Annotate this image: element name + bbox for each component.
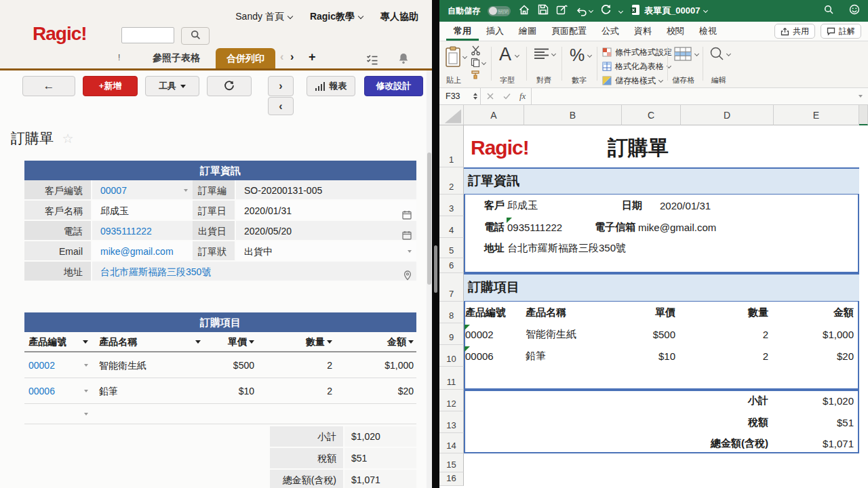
row-header[interactable]: 9	[439, 323, 464, 345]
item-amount[interactable]: $1,000	[332, 352, 416, 378]
refresh-button[interactable]	[207, 76, 252, 96]
report-button[interactable]: 報表	[307, 76, 355, 96]
redo-icon[interactable]	[600, 4, 612, 18]
user-home-menu[interactable]: Sandy 首頁	[235, 11, 292, 23]
address-field[interactable]: 台北市羅斯福路三段350號	[92, 262, 416, 281]
row-header[interactable]: 2	[439, 167, 464, 195]
name-box[interactable]: F33	[439, 88, 473, 104]
sheet-item-name[interactable]: 智能衛生紙	[526, 323, 576, 345]
paste-chevron-icon[interactable]	[462, 54, 467, 59]
row-header[interactable]: 10	[439, 345, 464, 367]
sheet-subtotal-label[interactable]: 小計	[633, 390, 768, 411]
sheet-col-product-id[interactable]: 產品編號	[465, 302, 506, 323]
order-date-field[interactable]: 2020/01/31	[236, 201, 416, 220]
row-header[interactable]: 8	[439, 302, 464, 323]
sheet-address-label[interactable]: 地址	[464, 238, 505, 258]
insert-function-icon[interactable]: fx	[514, 91, 531, 102]
sheet-tax-value[interactable]: $51	[774, 411, 854, 433]
item-qty[interactable]: 2	[254, 352, 332, 378]
cells-button[interactable]	[674, 47, 692, 64]
row-header[interactable]: 12	[439, 390, 464, 411]
tab-data[interactable]: 資料	[627, 22, 659, 41]
email-field[interactable]: mike@gmail.com	[92, 241, 193, 260]
sheet-address-value[interactable]: 台北市羅斯福路三段350號	[507, 238, 626, 258]
sheet-date-label[interactable]: 日期	[622, 195, 642, 216]
item-product-name[interactable]: 智能衛生紙	[95, 352, 210, 378]
add-record-button[interactable]: +新增	[83, 76, 138, 96]
col-header-product-name[interactable]: 產品名稱	[95, 332, 210, 351]
tutorial-menu[interactable]: Ragic教學	[310, 11, 363, 23]
item-product-id[interactable]: 00006	[24, 378, 95, 403]
customer-id-field[interactable]: 00007	[92, 180, 193, 199]
format-painter-icon[interactable]	[471, 70, 481, 83]
save-icon[interactable]	[538, 4, 549, 18]
sheet-item-qty[interactable]: 2	[711, 345, 768, 367]
sheet-title-cell[interactable]: 訂購單	[608, 128, 669, 167]
caret-down-icon[interactable]	[84, 364, 88, 367]
item-row-empty[interactable]	[24, 404, 416, 424]
order-id-field[interactable]: SO-20200131-005	[236, 180, 416, 199]
toolbar-options-chevron-icon[interactable]	[619, 5, 623, 17]
font-button[interactable]: A	[499, 44, 511, 65]
caret-down-icon[interactable]	[408, 250, 412, 253]
back-button[interactable]: ←	[22, 76, 75, 96]
copy-icon[interactable]	[471, 58, 480, 70]
number-chevron-icon[interactable]	[587, 53, 592, 58]
ship-date-field[interactable]: 2020/05/20	[236, 221, 416, 240]
sheet-email-label[interactable]: 電子信箱	[588, 216, 635, 238]
row-header[interactable]: 1	[439, 125, 464, 167]
row-header[interactable]: 14	[439, 433, 464, 453]
cell-styles-button[interactable]: 儲存格樣式	[602, 75, 663, 86]
search-button[interactable]	[181, 27, 210, 45]
row-header[interactable]: 6	[439, 258, 464, 273]
format-as-table-button[interactable]: 格式化為表格	[602, 61, 671, 72]
items-banner[interactable]	[464, 273, 859, 302]
sheet-col-product-name[interactable]: 產品名稱	[526, 302, 566, 323]
tools-menu-button[interactable]: 工具	[145, 76, 199, 96]
phone-field[interactable]: 0935111222	[92, 221, 193, 240]
column-header-b[interactable]: B	[524, 105, 622, 125]
sheet-col-price[interactable]: 單價	[622, 302, 675, 323]
column-header-d[interactable]: D	[681, 105, 774, 125]
enter-check-icon[interactable]	[500, 90, 514, 102]
search-input[interactable]	[121, 27, 174, 43]
cancel-icon[interactable]	[481, 90, 500, 102]
info-banner[interactable]	[464, 167, 859, 195]
tab-view[interactable]: 檢視	[692, 22, 724, 41]
notifications-bell-icon[interactable]	[398, 53, 409, 67]
sheet-logo-cell[interactable]: Ragic!	[471, 128, 529, 167]
sheet-email-value[interactable]: mike@gmail.com	[638, 216, 716, 238]
support-link[interactable]: 專人協助	[380, 11, 418, 23]
sheet-item-price[interactable]: $500	[622, 323, 675, 345]
sheet-item-code[interactable]: 00006	[465, 345, 494, 367]
tab-insert[interactable]: 插入	[479, 22, 511, 41]
tab-reference-subtable[interactable]: 參照子表格	[136, 52, 217, 64]
paste-button[interactable]	[445, 46, 461, 70]
caret-down-icon[interactable]	[84, 390, 88, 392]
sheet-items-title-cell[interactable]: 訂購項目	[468, 273, 519, 302]
feedback-smiley-icon[interactable]	[849, 4, 860, 18]
edit-button[interactable]	[709, 46, 724, 64]
row-header[interactable]: 15	[439, 453, 464, 472]
sheet-tax-label[interactable]: 稅額	[633, 411, 768, 433]
next-record-button[interactable]: ›	[268, 76, 294, 96]
sheet-date-value[interactable]: 2020/01/31	[660, 195, 711, 216]
map-pin-icon[interactable]	[403, 267, 412, 287]
home-icon[interactable]	[518, 4, 530, 18]
item-price[interactable]: $10	[210, 378, 254, 403]
sheet-item-qty[interactable]: 2	[711, 323, 768, 345]
column-header-e[interactable]: E	[774, 105, 859, 125]
sheet-item-amount[interactable]: $1,000	[774, 323, 854, 345]
sort-caret-icon[interactable]	[83, 340, 88, 344]
row-header[interactable]: 4	[439, 216, 464, 238]
item-product-name[interactable]: 鉛筆	[95, 378, 210, 403]
row-header[interactable]: 13	[439, 411, 464, 433]
undo-icon[interactable]	[576, 6, 593, 16]
sheet-item-price[interactable]: $10	[622, 345, 675, 367]
tab-page-layout[interactable]: 頁面配置	[544, 22, 594, 41]
edit-chevron-icon[interactable]	[726, 52, 731, 56]
left-scrollbar-thumb[interactable]	[427, 152, 431, 285]
sheet-item-code[interactable]: 00002	[465, 323, 494, 345]
divider-scrollbar-thumb[interactable]	[434, 245, 437, 293]
column-header-c[interactable]: C	[622, 105, 681, 125]
